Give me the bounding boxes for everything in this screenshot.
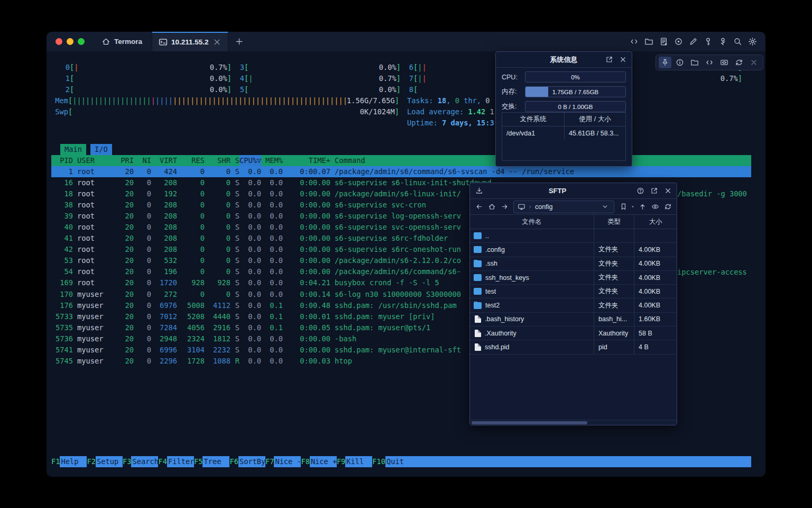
column-header-shr[interactable]: SHR [205, 155, 230, 166]
fkey-f6[interactable]: F6 [229, 456, 238, 467]
name-column-header[interactable]: 文件名 [470, 217, 594, 226]
home-dir-icon[interactable] [486, 202, 497, 212]
file-row[interactable]: ssh_host_keys文件夹4.00KB [470, 271, 677, 285]
code-icon[interactable] [703, 57, 716, 68]
open-in-window-icon[interactable] [649, 186, 659, 196]
record-icon[interactable] [674, 37, 683, 46]
column-header-pri[interactable]: PRI [116, 155, 134, 166]
fkey-label-nice[interactable]: Nice - [274, 456, 301, 467]
fkey-f8[interactable]: F8 [301, 456, 309, 467]
cell-s: S [230, 199, 239, 211]
folder-icon[interactable] [688, 57, 701, 68]
settings-icon[interactable] [748, 37, 757, 46]
nvidia-icon[interactable] [718, 57, 731, 68]
column-header-res[interactable]: RES [177, 155, 205, 166]
show-hidden-icon[interactable] [649, 202, 661, 212]
folder-icon[interactable] [644, 37, 653, 46]
minimize-window-button[interactable] [67, 38, 73, 45]
htop-tab-main[interactable]: Main [60, 144, 86, 155]
cell-s: S [230, 289, 239, 300]
code-icon[interactable] [630, 37, 639, 46]
column-header-s[interactable]: S [230, 155, 239, 166]
column-header-mem[interactable]: MEM% [261, 155, 283, 166]
cell-shr: 4112 [205, 300, 230, 311]
close-panel-icon[interactable] [663, 186, 672, 196]
file-row[interactable]: sshd.pidpid4 B [470, 340, 677, 354]
cell-virt: 6976 [151, 300, 177, 311]
session-tab[interactable]: 10.211.55.2 [152, 32, 228, 51]
size-column-header[interactable]: 大小 [634, 215, 677, 229]
edit-icon[interactable] [689, 37, 698, 46]
column-header-virt[interactable]: VIRT [151, 155, 177, 166]
fkey-f1[interactable]: F1 [51, 456, 60, 467]
cell-cpu: 0.0 [239, 177, 261, 188]
fkey-label-sortby[interactable]: SortBy [238, 456, 265, 467]
file-row[interactable]: .config文件夹4.00KB [470, 243, 677, 257]
column-header-user[interactable]: USER [73, 155, 116, 166]
sftp-titlebar: SFTP [470, 183, 677, 199]
cell-mem: 0.0 [261, 333, 283, 344]
refresh-icon[interactable] [662, 202, 673, 212]
fkey-label-setup[interactable]: Setup [96, 456, 123, 467]
fkey-label-kill[interactable]: Kill [345, 456, 372, 467]
cpu-meter-2: 2[0.0%] [55, 84, 232, 95]
column-header-cpu[interactable]: CPU%▽ [239, 155, 261, 166]
type-column-header[interactable]: 类型 [594, 215, 634, 229]
cell-pid: 5745 [51, 356, 73, 367]
fkey-f3[interactable]: F3 [123, 456, 131, 467]
log-icon[interactable] [659, 37, 668, 46]
fkey-f4[interactable]: F4 [158, 456, 167, 467]
close-icon[interactable] [748, 57, 760, 68]
search-icon[interactable] [733, 37, 742, 46]
zoom-window-button[interactable] [78, 38, 85, 45]
fkey-label-nice+[interactable]: Nice + [310, 456, 337, 467]
bookmark-menu-caret[interactable] [630, 202, 635, 212]
help-icon[interactable] [635, 186, 645, 196]
fkey-label-quit[interactable]: Quit [385, 456, 412, 467]
file-row[interactable]: .bash_historybash_hi...1.60KB [470, 313, 677, 326]
pin-icon[interactable] [659, 57, 671, 68]
file-row[interactable]: test2文件夹4.00KB [470, 298, 677, 312]
cell-pri: 20 [116, 255, 134, 266]
parent-dir-icon[interactable] [636, 202, 648, 212]
fkey-f2[interactable]: F2 [87, 456, 95, 467]
bookmark-icon[interactable] [617, 202, 629, 212]
refresh-icon[interactable] [733, 57, 745, 68]
file-row[interactable]: test文件夹4.00KB [470, 285, 677, 298]
info-icon[interactable] [673, 57, 686, 68]
htop-tab-io[interactable]: I/O [90, 144, 112, 155]
forward-icon[interactable] [499, 202, 510, 212]
column-header-pid[interactable]: PID [51, 155, 73, 166]
cell-ni: 0 [134, 222, 151, 233]
fkey-f7[interactable]: F7 [265, 456, 274, 467]
fkey-label-help[interactable]: Help [60, 456, 87, 467]
fkey-f10[interactable]: F10 [372, 456, 385, 467]
back-icon[interactable] [473, 202, 485, 212]
open-in-window-icon[interactable] [604, 55, 614, 65]
column-header-time[interactable]: TIME+ [283, 155, 330, 166]
scrollbar-thumb[interactable] [472, 421, 587, 424]
fkey-f5[interactable]: F5 [194, 456, 202, 467]
fkey-label-tree[interactable]: Tree [202, 456, 229, 467]
close-window-button[interactable] [56, 38, 62, 45]
file-row[interactable]: .ssh文件夹4.00KB [470, 257, 677, 271]
home-tab[interactable]: Termora [92, 32, 152, 51]
fkey-label-search[interactable]: Search [131, 456, 158, 467]
fkey-f9[interactable]: F9 [337, 456, 345, 467]
horizontal-scrollbar[interactable] [470, 420, 677, 425]
column-header-ni[interactable]: NI [134, 155, 151, 166]
path-breadcrumb[interactable]: config [513, 201, 614, 213]
transfers-icon[interactable] [474, 186, 484, 196]
chevron-down-icon[interactable] [599, 202, 611, 212]
process-row[interactable]: 1root20042400S0.00.00:00.07/package/admi… [51, 166, 751, 177]
file-row[interactable]: .. [470, 229, 677, 243]
file-row[interactable]: .XauthorityXauthority58 B [470, 326, 677, 340]
close-tab-icon[interactable] [213, 38, 222, 47]
fkey-label-filter[interactable]: Filter [167, 456, 194, 467]
key-icon[interactable] [704, 37, 713, 46]
new-tab-button[interactable] [228, 32, 250, 51]
floating-toolbar [656, 55, 763, 70]
cell-pid: 1 [51, 166, 73, 177]
keychain-icon[interactable] [718, 37, 727, 46]
close-panel-icon[interactable] [618, 55, 628, 65]
